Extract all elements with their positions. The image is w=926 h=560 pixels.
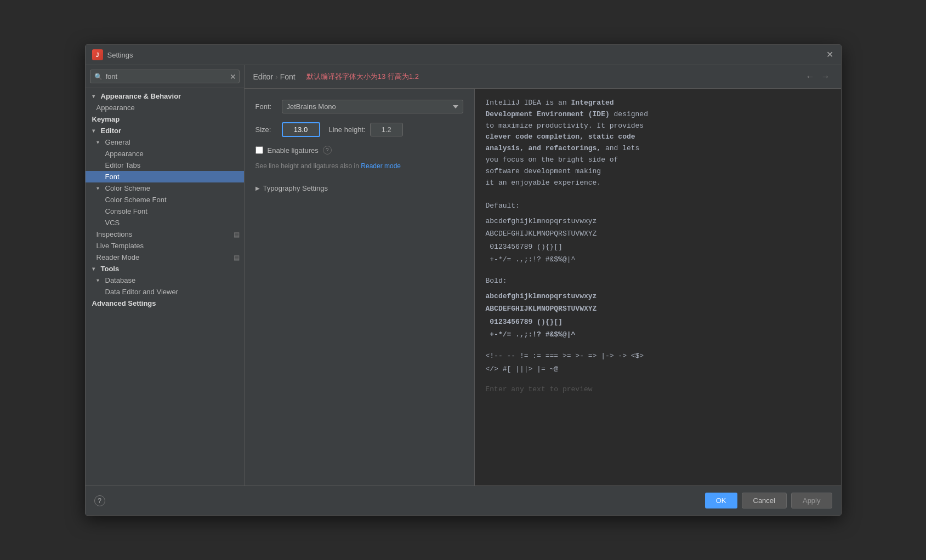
caret-icon: ▾ — [92, 266, 99, 272]
ok-button[interactable]: OK — [705, 493, 737, 508]
caret-icon: ▾ — [92, 93, 99, 99]
typography-label: Typography Settings — [263, 184, 328, 192]
preview-bold-analysis: analysis, and refactorings, — [486, 144, 601, 152]
sidebar-item-data-editor[interactable]: Data Editor and Viewer — [86, 286, 244, 298]
apply-button[interactable]: Apply — [791, 493, 832, 508]
breadcrumb-current: Font — [280, 72, 296, 81]
warning-text: 默认编译器字体大小为13 行高为1.2 — [306, 72, 419, 82]
caret-icon: ▾ — [96, 185, 103, 191]
panel-body: Font: JetBrains Mono Consolas Courier Ne… — [245, 89, 841, 485]
preview-ligature-line1: <!-- -- != := === >= >- => |-> -> <$> — [486, 350, 830, 362]
title-bar-left: J Settings — [92, 49, 133, 60]
breadcrumb-separator: › — [275, 72, 278, 81]
preview-default-upper: ABCDEFGHIJKLMNOPQRSTUVWXYZ — [486, 227, 830, 240]
preview-default-lower: abcdefghijklmnopqrstuvwxyz — [486, 215, 830, 227]
line-height-label: Line height: — [329, 125, 366, 134]
sidebar-item-general[interactable]: ▾ General — [86, 136, 244, 148]
preview-default-label: Default: — [486, 199, 830, 212]
preview-bold-label: Bold: — [486, 275, 830, 287]
preview-intro: IntelliJ IDEA is an Integrated Developme… — [486, 98, 830, 188]
reader-mode-badge-icon: ▤ — [234, 254, 240, 261]
sidebar-item-appearance2[interactable]: Appearance — [86, 148, 244, 159]
sidebar-item-appearance[interactable]: Appearance — [86, 102, 244, 113]
inspections-badge-icon: ▤ — [234, 231, 240, 238]
line-height-input[interactable] — [370, 123, 403, 136]
preview-ligatures-section: <!-- -- != := === >= >- => |-> -> <$> </… — [486, 350, 830, 375]
typography-header[interactable]: ▶ Typography Settings — [255, 182, 463, 195]
panel-header: Editor › Font 默认编译器字体大小为13 行高为1.2 ← → — [245, 65, 841, 89]
size-form-row: Size: Line height: — [255, 122, 463, 137]
preview-intro-line5: analysis, and refactorings, and lets — [486, 144, 640, 152]
sidebar-item-console-font[interactable]: Console Font — [86, 205, 244, 217]
help-icon[interactable]: ? — [323, 146, 332, 155]
preview-bold-integrated: Integrated — [571, 99, 614, 107]
search-input-wrapper: 🔍 ✕ — [90, 70, 240, 83]
font-form-row: Font: JetBrains Mono Consolas Courier Ne… — [255, 100, 463, 113]
preview-intro-line1: IntelliJ IDEA is an Integrated — [486, 99, 614, 107]
preview-area: IntelliJ IDEA is an Integrated Developme… — [475, 89, 841, 485]
sidebar-item-reader-mode[interactable]: Reader Mode ▤ — [86, 252, 244, 263]
sidebar-item-inspections[interactable]: Inspections ▤ — [86, 228, 244, 240]
font-select[interactable]: JetBrains Mono Consolas Courier New Fira… — [282, 100, 463, 113]
preview-intro-line8: it an enjoyable experience. — [486, 179, 601, 187]
size-input[interactable] — [282, 122, 320, 137]
settings-dialog: J Settings ✕ 🔍 ✕ ▾ Appearance & Behavior — [85, 44, 842, 516]
sidebar-item-tools[interactable]: ▾ Tools — [86, 263, 244, 275]
close-button[interactable]: ✕ — [826, 50, 834, 59]
preview-intro-line4: clever code completion, static code — [486, 133, 635, 141]
search-input[interactable] — [90, 70, 240, 83]
main-content: 🔍 ✕ ▾ Appearance & Behavior Appearance K… — [86, 65, 841, 485]
footer-buttons: OK Cancel Apply — [705, 493, 832, 508]
preview-default-symbols: +-*/= .,;:!? #&$%@|^ — [486, 253, 830, 266]
sidebar-item-keymap[interactable]: Keymap — [86, 113, 244, 125]
preview-bold-lower: abcdefghijklmnopqrstuvwxyz — [486, 290, 830, 302]
typography-caret-icon: ▶ — [255, 185, 260, 191]
hint-prefix: See line height and ligatures also in — [255, 162, 361, 170]
preview-default-section: Default: abcdefghijklmnopqrstuvwxyz ABCD… — [486, 199, 830, 266]
sidebar-item-appearance-behavior[interactable]: ▾ Appearance & Behavior — [86, 90, 244, 102]
sidebar-item-color-scheme[interactable]: ▾ Color Scheme — [86, 182, 244, 194]
ligatures-checkbox[interactable] — [255, 146, 263, 154]
ligatures-row: Enable ligatures ? — [255, 146, 463, 155]
sidebar-item-color-scheme-font[interactable]: Color Scheme Font — [86, 194, 244, 205]
sidebar-tree: ▾ Appearance & Behavior Appearance Keyma… — [86, 88, 244, 485]
sidebar-item-advanced-settings[interactable]: Advanced Settings — [86, 298, 244, 309]
footer-help-button[interactable]: ? — [94, 495, 105, 506]
preview-enter-text: Enter any text to preview — [486, 384, 830, 396]
font-label: Font: — [255, 102, 277, 111]
search-clear-button[interactable]: ✕ — [230, 72, 236, 81]
hint-text: See line height and ligatures also in Re… — [255, 161, 463, 171]
settings-area: Font: JetBrains Mono Consolas Courier Ne… — [245, 89, 475, 485]
sidebar: 🔍 ✕ ▾ Appearance & Behavior Appearance K… — [86, 65, 245, 485]
sidebar-item-editor[interactable]: ▾ Editor — [86, 125, 244, 136]
preview-intro-line3: to maximize productivity. It provides — [486, 122, 644, 130]
nav-forward-button[interactable]: → — [819, 71, 832, 83]
sidebar-item-live-templates[interactable]: Live Templates — [86, 240, 244, 252]
caret-icon: ▾ — [96, 139, 103, 145]
sidebar-item-font[interactable]: Font — [86, 171, 244, 182]
caret-icon: ▾ — [92, 128, 99, 134]
nav-back-button[interactable]: ← — [804, 71, 817, 83]
app-icon: J — [92, 49, 103, 60]
footer-left: ? — [94, 495, 105, 506]
title-bar: J Settings ✕ — [86, 45, 841, 65]
sidebar-item-vcs[interactable]: VCS — [86, 217, 244, 228]
search-icon: 🔍 — [94, 73, 103, 81]
preview-intro-line2: Development Environment (IDE) designed — [486, 110, 648, 118]
cancel-button[interactable]: Cancel — [742, 493, 787, 508]
reader-mode-link[interactable]: Reader mode — [361, 162, 401, 170]
preview-bold-nums: 0123456789 (){}[] — [486, 316, 830, 328]
preview-bold-clever: clever code completion, static code — [486, 133, 635, 141]
size-label: Size: — [255, 125, 277, 134]
breadcrumb-parent: Editor — [253, 72, 274, 81]
footer: ? OK Cancel Apply — [86, 485, 841, 515]
preview-intro-line7: software development making — [486, 167, 601, 175]
right-panel: Editor › Font 默认编译器字体大小为13 行高为1.2 ← → Fo… — [245, 65, 841, 485]
breadcrumb: Editor › Font 默认编译器字体大小为13 行高为1.2 — [253, 72, 419, 82]
ligatures-label: Enable ligatures — [268, 146, 319, 155]
sidebar-item-database[interactable]: ▾ Database — [86, 275, 244, 286]
preview-intro-line6: you focus on the bright side of — [486, 156, 618, 164]
preview-bold-development: Development Environment (IDE) — [486, 110, 610, 118]
sidebar-item-editor-tabs[interactable]: Editor Tabs — [86, 159, 244, 171]
search-bar: 🔍 ✕ — [86, 65, 244, 88]
